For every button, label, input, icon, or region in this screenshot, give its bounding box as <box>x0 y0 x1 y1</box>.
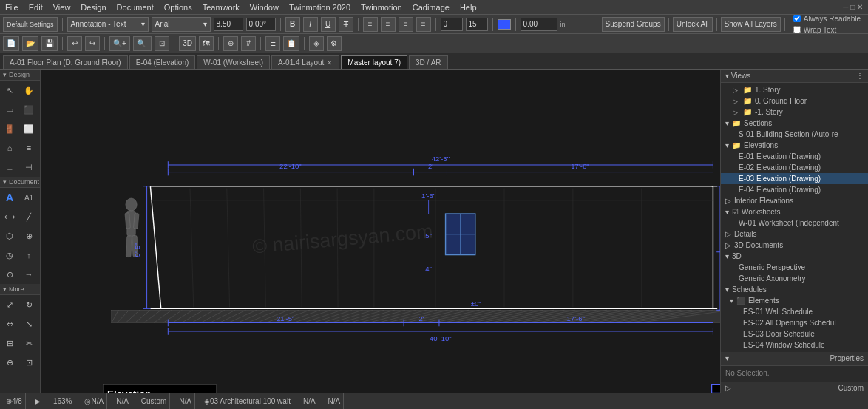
tool-railing[interactable]: ⊣ <box>19 158 38 177</box>
view3d-btn[interactable]: 3D <box>179 36 196 51</box>
tree-es03[interactable]: ES-03 Door Schedule <box>721 328 868 339</box>
panel-header-properties[interactable]: ▾ Properties <box>721 352 868 365</box>
tool-column[interactable]: ⟂ <box>0 158 19 177</box>
menu-design[interactable]: Design <box>78 3 108 12</box>
align-left-btn[interactable]: ≡ <box>363 17 378 32</box>
snap-btn[interactable]: ⊕ <box>223 36 238 51</box>
status-snap[interactable]: ⊕ 4/8 <box>3 393 26 409</box>
open-btn[interactable]: 📂 <box>22 36 38 51</box>
always-readable-cb[interactable] <box>793 15 801 22</box>
tab-elevation[interactable]: E-04 (Elevation) <box>129 55 196 69</box>
zoom-fit-btn[interactable]: ⊡ <box>155 36 169 51</box>
show-all-layers-btn[interactable]: Show All Layers <box>721 17 781 32</box>
italic-btn[interactable]: I <box>303 17 318 32</box>
undo-btn[interactable]: ↩ <box>67 36 82 51</box>
strikethrough-btn[interactable]: T̶ <box>339 17 353 32</box>
tree-sections[interactable]: ▾ 📁 Sections <box>721 118 868 129</box>
tab-3d-ar[interactable]: 3D / AR <box>409 55 447 69</box>
collapse-design-icon[interactable]: ▾ <box>3 71 7 78</box>
tool-detail[interactable]: ⊙ <box>0 265 19 284</box>
suspend-groups-btn[interactable]: Suspend Groups <box>602 17 665 32</box>
tree-story-minus1[interactable]: ▷ 📁 -1. Story <box>721 107 868 118</box>
tree-es04[interactable]: ES-04 Window Schedule <box>721 339 868 351</box>
settings-btn[interactable]: ⚙ <box>327 36 342 51</box>
menu-view[interactable]: View <box>51 3 73 12</box>
tool-fill[interactable]: ⬡ <box>0 226 19 246</box>
justify-btn[interactable]: ≡ <box>416 17 431 32</box>
zoom-in-btn[interactable]: 🔍+ <box>109 36 130 51</box>
panel-header-views[interactable]: ▾ Views ⋮ <box>721 70 868 83</box>
tool-dim[interactable]: ⟷ <box>0 207 19 226</box>
tab-layout[interactable]: A-01.4 Layout ✕ <box>271 55 339 69</box>
tool-rotate[interactable]: ↻ <box>19 295 38 314</box>
tab-master-layout[interactable]: Master layout 7) <box>341 55 407 69</box>
size-value-input[interactable] <box>466 18 488 31</box>
menu-cadimage[interactable]: Cadimage <box>410 3 452 12</box>
tab-worksheet[interactable]: W-01 (Worksheet) <box>197 55 270 69</box>
menu-help[interactable]: Help <box>458 3 479 12</box>
schedules-btn[interactable]: 📋 <box>283 36 299 51</box>
tool-mirror[interactable]: ⇔ <box>0 314 19 334</box>
tree-story1[interactable]: ▷ 📁 1. Story <box>721 84 868 95</box>
panel-header-custom[interactable]: ▷ Custom <box>721 382 868 393</box>
tree-e04[interactable]: E-04 Elevation (Drawing) <box>721 184 868 195</box>
underline-btn[interactable]: U <box>321 17 336 32</box>
menu-document[interactable]: Document <box>115 3 156 12</box>
value-input2[interactable] <box>521 18 557 31</box>
canvas-area[interactable]: © nairisargsyan.com <box>41 70 720 393</box>
collapse-more-icon[interactable]: ▾ <box>3 285 7 293</box>
tool-window[interactable]: ⬜ <box>19 119 38 138</box>
tree-worksheets[interactable]: ▾ ☑ Worksheets <box>721 206 868 217</box>
angle-input[interactable] <box>246 18 276 31</box>
font-size-input[interactable] <box>214 18 243 31</box>
tool-trim[interactable]: ✂ <box>19 334 38 353</box>
tool-move[interactable]: ⤢ <box>0 295 19 314</box>
panel-scroll[interactable]: ▾ Views ⋮ ▷ 📁 1. Story ▷ 📁 0. Ground Flo… <box>721 70 868 393</box>
tree-ground-floor[interactable]: ▷ 📁 0. Ground Floor <box>721 95 868 107</box>
bold-btn[interactable]: B <box>285 17 300 32</box>
status-profile[interactable]: Custom <box>138 393 170 409</box>
grid-btn[interactable]: # <box>241 36 256 51</box>
tool-text-a[interactable]: A <box>0 188 19 207</box>
tree-e01[interactable]: E-01 Elevation (Drawing) <box>721 151 868 162</box>
status-zoom[interactable]: 163% <box>50 393 76 409</box>
tab-layout-close[interactable]: ✕ <box>327 59 333 67</box>
tree-generic-perspective[interactable]: Generic Perspective <box>721 262 868 273</box>
annotation-type-dropdown[interactable]: Annotation - Text ▾ <box>67 17 149 32</box>
tool-split[interactable]: ⊕ <box>0 353 19 372</box>
menu-options[interactable]: Options <box>162 3 194 12</box>
tree-e02[interactable]: E-02 Elevation (Drawing) <box>721 162 868 173</box>
tool-roof[interactable]: ⌂ <box>0 138 19 158</box>
default-settings-btn[interactable]: Default Settings <box>3 17 58 32</box>
tool-offset[interactable]: ⊞ <box>0 334 19 353</box>
color-swatch[interactable] <box>498 19 511 30</box>
status-layer[interactable]: ◈ 03 Architectural 100 wait <box>201 393 294 409</box>
tool-wall[interactable]: ▭ <box>0 100 19 119</box>
tool-symbol[interactable]: ⊕ <box>19 226 38 246</box>
tool-stretch[interactable]: ⤡ <box>19 314 38 334</box>
save-btn[interactable]: 💾 <box>41 36 58 51</box>
tree-generic-axonometry[interactable]: Generic Axonometry <box>721 273 868 284</box>
tool-elevation[interactable]: ↑ <box>19 246 38 265</box>
menu-twinmotion2020[interactable]: Twinmotion 2020 <box>287 3 353 12</box>
tool-text-a2[interactable]: A1 <box>19 188 38 207</box>
tree-w01[interactable]: W-01 Worksheet (Independent <box>721 217 868 229</box>
render-btn[interactable]: ◈ <box>309 36 324 51</box>
unlock-all-btn[interactable]: Unlock All <box>673 17 713 32</box>
tree-elements[interactable]: ▾ ⬛ Elements <box>721 295 868 306</box>
tool-door[interactable]: 🚪 <box>0 119 19 138</box>
tool-pan[interactable]: ✋ <box>19 81 38 100</box>
floor-plan-btn[interactable]: 🗺 <box>199 36 214 51</box>
collapse-document-icon[interactable]: ▾ <box>3 178 7 186</box>
angle-value-input[interactable] <box>441 18 463 31</box>
layers-btn[interactable]: ≣ <box>265 36 280 51</box>
redo-btn[interactable]: ↪ <box>85 36 100 51</box>
tree-es01[interactable]: ES-01 Wall Schedule <box>721 306 868 317</box>
menu-file[interactable]: File <box>3 3 21 12</box>
tool-arrow[interactable]: → <box>19 265 38 284</box>
tree-details[interactable]: ▷ Details <box>721 229 868 240</box>
tool-cursor[interactable]: ↖ <box>0 81 19 100</box>
tree-elevations[interactable]: ▾ 📁 Elevations <box>721 140 868 151</box>
zoom-out-btn[interactable]: 🔍- <box>133 36 152 51</box>
menu-twinmotion[interactable]: Twinmotion <box>359 3 404 12</box>
